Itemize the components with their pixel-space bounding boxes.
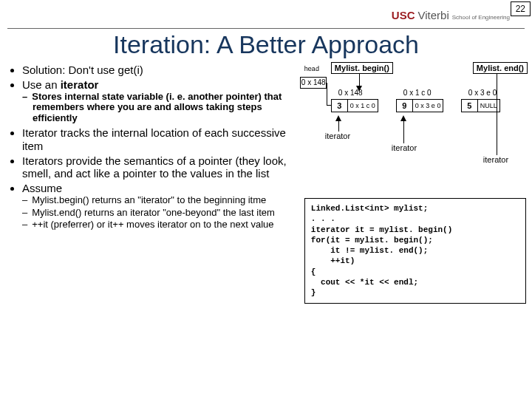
begin-label: Mylist. begin()	[331, 62, 393, 74]
node-2-val: 9	[397, 100, 413, 112]
arrow-head-v	[327, 83, 327, 105]
logo-brand: USC	[392, 9, 415, 21]
addr-3: 0 x 3 e 0	[468, 89, 497, 97]
bullet-4: Iterators provide the semantics of a poi…	[22, 154, 300, 180]
code-snippet: Linked.List<int> mylist; . . . iterator …	[304, 198, 526, 304]
bullet-5-sub3: ++it (preferrer) or it++ moves iterator …	[33, 219, 300, 231]
logo-sub: School of Engineering	[452, 14, 510, 21]
diagram-column: head Mylist. begin() Mylist. end() 0 x 1…	[304, 64, 526, 304]
addr-2: 0 x 1 c 0	[403, 89, 432, 97]
iter-label-3: iterator	[483, 155, 508, 164]
node-1: 3 0 x 1 c 0	[331, 99, 378, 112]
logo-school: Viterbi	[417, 9, 449, 21]
bullet-3: Iterator tracks the internal location of…	[22, 126, 300, 152]
bullet-5-sub1: Mylist.begin() returns an "iterator" to …	[33, 195, 300, 206]
iter-label-2: iterator	[392, 143, 417, 152]
bullet-5-text: Assume	[22, 182, 62, 194]
bullet-5-sub2: Mylist.end() returns an iterator "one-be…	[33, 208, 300, 219]
iter-line-3	[497, 140, 497, 155]
iter-line-1	[338, 121, 339, 132]
iter-arrow-2	[400, 115, 406, 121]
topbar: USC Viterbi School of Engineering	[0, 1, 532, 28]
node-2-ptr: 0 x 3 e 0	[413, 100, 443, 112]
head-label: head	[304, 65, 319, 72]
iter-arrow-1	[335, 115, 341, 121]
bullet-2-bold: iterator	[61, 78, 99, 91]
node-1-ptr: 0 x 1 c 0	[348, 100, 378, 112]
linked-list-diagram: head Mylist. begin() Mylist. end() 0 x 1…	[304, 64, 526, 197]
page-number: 22	[511, 1, 531, 16]
end-label: Mylist. end()	[473, 62, 528, 74]
node-3: 5 NULL	[461, 99, 500, 112]
arrow-begin-head	[356, 86, 362, 92]
bullet-2: Use an iterator Stores internal state va…	[22, 78, 300, 124]
arrow-head-h	[327, 105, 331, 106]
iter-label-1: iterator	[325, 132, 350, 140]
bullet-2-sub: Stores internal state variable (i. e. an…	[33, 92, 300, 125]
arrow-end-line	[497, 74, 497, 140]
logo: USC Viterbi School of Engineering	[392, 9, 510, 21]
bullet-5: Assume Mylist.begin() returns an "iterat…	[22, 182, 300, 231]
page-title: Iteration: A Better Approach	[0, 30, 532, 59]
node-1-val: 3	[332, 100, 348, 112]
node-3-val: 5	[462, 100, 478, 112]
head-val: 0 x 148	[301, 78, 326, 86]
text-column: Solution: Don't use get(i) Use an iterat…	[6, 64, 300, 304]
bullet-2-pre: Use an	[22, 78, 61, 91]
node-2: 9 0 x 3 e 0	[396, 99, 444, 112]
bullet-1: Solution: Don't use get(i)	[22, 64, 300, 76]
divider	[7, 28, 525, 29]
iter-line-2	[403, 121, 404, 143]
